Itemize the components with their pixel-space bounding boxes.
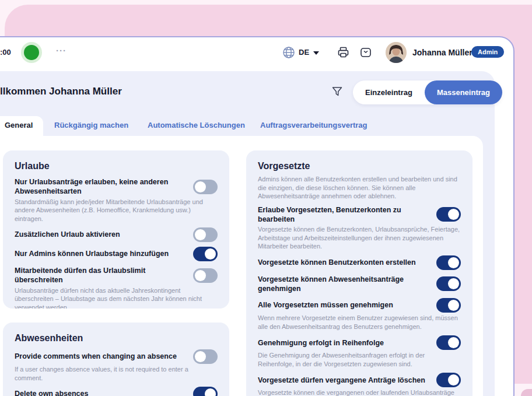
card-intro: Admins können alle Benutzerkonten erstel…: [258, 175, 461, 201]
setting-row: Erlaube Vorgesetzten, Benutzerkonten zu …: [258, 205, 461, 225]
toggle-switch-off[interactable]: [193, 268, 218, 283]
entry-mode-switch: Einzeleintrag Masseneintrag: [353, 80, 502, 104]
card-urlaube: Urlaube Nur Urlaubsanträge erlauben, kei…: [3, 150, 229, 309]
setting-label: Delete own absences: [15, 389, 92, 396]
toggle-knob: [448, 300, 459, 311]
setting-description: Standardmäßig kann jede/jeder Mitarbeite…: [15, 198, 218, 223]
toggle-switch-off[interactable]: [193, 180, 218, 194]
toggle-switch-off[interactable]: [193, 227, 218, 242]
setting-row: Vorgesetzte dürfen vergangene Anträge lö…: [258, 373, 461, 387]
toggle-knob: [448, 257, 459, 268]
setting-description: Wenn mehrere Vorgesetzte einem Benutzer …: [258, 314, 461, 331]
setting-row: Zusätzlichen Urlaub aktivieren: [15, 227, 218, 242]
single-entry-button[interactable]: Einzeleintrag: [353, 80, 425, 104]
printer-icon[interactable]: [337, 46, 349, 58]
setting-label: Vorgesetzte können Abwesenheitsanträge g…: [258, 275, 436, 294]
page-title: llkommen Johanna Müller: [0, 86, 122, 97]
toggle-switch-on[interactable]: [436, 373, 461, 387]
toggle-knob: [448, 374, 459, 386]
toggle-switch-on[interactable]: [436, 276, 461, 291]
setting-label: Nur Urlaubsanträge erlauben, keine ander…: [15, 177, 193, 197]
setting-row: Delete own absences: [15, 387, 218, 396]
toggle-knob: [448, 337, 459, 348]
user-name: Johanna Müller: [412, 48, 473, 57]
setting-row: Provide comments when changing an absenc…: [15, 349, 218, 364]
toggle-knob: [448, 209, 459, 220]
setting-label: Mitarbeitende dürfen das Urlaubslimit üb…: [15, 266, 193, 285]
globe-icon[interactable]: [282, 46, 295, 59]
toggle-switch-on[interactable]: [193, 247, 218, 261]
tab-automatische-loeschungen[interactable]: Automatische Löschungen: [148, 121, 245, 129]
toggle-switch-on[interactable]: [436, 255, 461, 270]
filter-icon[interactable]: [331, 86, 343, 97]
tab-auftragsverarbeitungsvertrag[interactable]: Auftragsverarbeitungsvertrag: [260, 121, 368, 129]
toggle-switch-on[interactable]: [436, 298, 461, 313]
toggle-switch-on[interactable]: [436, 207, 461, 222]
tab-rueckgaengig-machen[interactable]: Rückgängig machen: [54, 121, 128, 129]
toggle-knob: [195, 229, 206, 240]
setting-label: Vorgesetzte können Benutzerkonten erstel…: [258, 258, 419, 267]
setting-label: Nur Admins können Urlaubstage hinzufügen: [15, 249, 172, 258]
setting-row: Alle Vorgesetzten müssen genehmigen: [258, 298, 461, 313]
mail-icon[interactable]: [359, 46, 372, 59]
setting-row: Vorgesetzte können Benutzerkonten erstel…: [258, 255, 461, 270]
toggle-knob: [195, 351, 206, 362]
toggle-knob: [205, 388, 216, 396]
status-dot[interactable]: [24, 45, 39, 60]
setting-label: Provide comments when changing an absenc…: [15, 352, 180, 361]
toggle-knob: [195, 270, 206, 281]
toggle-switch-off[interactable]: [193, 349, 218, 364]
clock-time: :00: [0, 48, 11, 57]
role-badge[interactable]: Admin: [471, 46, 504, 58]
setting-row: Vorgesetzte können Abwesenheitsanträge g…: [258, 275, 461, 294]
card-title: Vorgesetzte: [258, 161, 461, 171]
setting-description: Urlaubsanträge dürfen nicht das aktuelle…: [15, 286, 218, 309]
mass-entry-button[interactable]: Masseneintrag: [425, 80, 502, 104]
setting-label: Vorgesetzte dürfen vergangene Anträge lö…: [258, 376, 429, 385]
card-title: Urlaube: [15, 161, 218, 171]
toggle-switch-on[interactable]: [436, 335, 461, 350]
toggle-knob: [205, 248, 216, 260]
tab-general[interactable]: General: [5, 121, 33, 129]
setting-row: Mitarbeitende dürfen das Urlaubslimit üb…: [15, 266, 218, 285]
card-title: Abwesenheiten: [15, 333, 218, 344]
setting-description: If a user changes absence values, it is …: [15, 365, 218, 382]
setting-row: Nur Urlaubsanträge erlauben, keine ander…: [15, 177, 218, 197]
setting-row: Genehmigung erfolgt in Reihenfolge: [258, 335, 461, 350]
language-selector[interactable]: DE: [299, 48, 309, 57]
chevron-down-icon[interactable]: [313, 51, 319, 55]
setting-row: Nur Admins können Urlaubstage hinzufügen: [15, 247, 218, 261]
card-vorgesetzte: Vorgesetzte Admins können alle Benutzerk…: [246, 150, 473, 396]
setting-description: Vorgesetzte können die vergangenen oder …: [258, 388, 461, 396]
setting-description: Vorgesetzte können die Benutzerkonten, U…: [258, 225, 461, 251]
avatar[interactable]: [386, 42, 407, 63]
setting-description: Die Genehmigung der Abwesenheitsanfragen…: [258, 351, 461, 368]
setting-label: Alle Vorgesetzten müssen genehmigen: [258, 300, 397, 310]
ellipsis-icon[interactable]: ···: [56, 45, 66, 55]
page: :00 ··· DE Johan: [0, 0, 532, 396]
setting-label: Zusätzlichen Urlaub aktivieren: [15, 230, 124, 239]
toggle-knob: [448, 278, 459, 289]
toggle-knob: [195, 181, 206, 192]
setting-label: Erlaube Vorgesetzten, Benutzerkonten zu …: [258, 205, 436, 225]
setting-label: Genehmigung erfolgt in Reihenfolge: [258, 338, 387, 348]
toggle-switch-on[interactable]: [193, 387, 218, 396]
card-abwesenheiten: Abwesenheiten Provide comments when chan…: [3, 323, 229, 396]
